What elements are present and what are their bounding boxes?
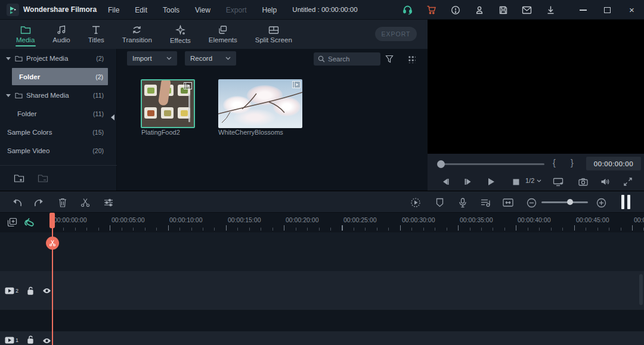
record-dropdown[interactable]: Record bbox=[185, 51, 236, 66]
media-item-whitecherryblossoms[interactable] bbox=[218, 79, 302, 128]
search-box[interactable] bbox=[314, 52, 380, 66]
tab-transition[interactable]: Transition bbox=[113, 20, 161, 49]
media-item-name: PlatingFood2 bbox=[141, 129, 180, 136]
seek-handle[interactable] bbox=[437, 160, 445, 168]
track-visibility-eye-icon[interactable] bbox=[42, 288, 51, 294]
menu-tools[interactable]: Tools bbox=[155, 6, 187, 14]
record-voiceover-button[interactable] bbox=[456, 195, 470, 210]
render-preview-button[interactable] bbox=[408, 195, 423, 210]
import-dropdown[interactable]: Import bbox=[127, 51, 177, 66]
stop-button[interactable] bbox=[509, 175, 522, 188]
next-frame-button[interactable] bbox=[462, 175, 475, 188]
add-folder-button[interactable] bbox=[14, 174, 24, 183]
preview-panel: { } 00:00:00:00 1/2 bbox=[428, 20, 644, 191]
folder-icon bbox=[15, 55, 23, 62]
app-title: Wondershare Filmora bbox=[23, 5, 97, 14]
remove-folder-button[interactable] bbox=[38, 174, 48, 183]
menu-bar: File Edit Tools View Export Help bbox=[100, 0, 284, 20]
audio-mixer-button[interactable] bbox=[478, 195, 493, 210]
ruler-label: 00:00:25:00 bbox=[343, 216, 376, 223]
media-item-platingfood2[interactable] bbox=[141, 79, 195, 128]
download-icon[interactable] bbox=[546, 5, 556, 15]
zoom-to-fit-button[interactable] bbox=[501, 195, 515, 210]
manage-tracks-icon[interactable] bbox=[5, 216, 18, 229]
adjust-sliders-button[interactable] bbox=[101, 195, 116, 210]
save-icon[interactable] bbox=[498, 5, 508, 15]
seek-bar[interactable] bbox=[439, 163, 544, 165]
sidebar-item-shared-media[interactable]: Shared Media (11) bbox=[0, 88, 117, 103]
quick-split-scissors-icon[interactable] bbox=[46, 237, 59, 250]
view-grid-icon[interactable] bbox=[405, 53, 417, 65]
playhead-handle[interactable] bbox=[49, 213, 55, 228]
tab-audio[interactable]: Audio bbox=[44, 20, 79, 49]
play-button[interactable] bbox=[484, 175, 497, 188]
delete-button[interactable] bbox=[55, 195, 70, 210]
undo-button[interactable] bbox=[10, 195, 24, 210]
marker-button[interactable] bbox=[432, 195, 447, 210]
playhead-line[interactable] bbox=[52, 213, 53, 345]
media-library-sidebar: Project Media (2) Folder (2) Shared Medi… bbox=[0, 49, 117, 191]
search-input[interactable] bbox=[328, 55, 373, 63]
video-track-1[interactable]: 1 bbox=[0, 331, 644, 345]
tab-split-screen[interactable]: Split Screen bbox=[246, 20, 301, 49]
mark-out-button[interactable]: } bbox=[571, 158, 574, 167]
previous-frame-button[interactable] bbox=[439, 175, 452, 188]
sidebar-item-sample-colors[interactable]: Sample Colors (15) bbox=[0, 125, 117, 140]
titlebar-icons: × bbox=[402, 0, 637, 20]
expand-caret-icon[interactable] bbox=[6, 94, 11, 97]
display-device-button[interactable] bbox=[552, 175, 565, 188]
sidebar-item-project-media[interactable]: Project Media (2) bbox=[0, 51, 117, 66]
track-visibility-eye-icon[interactable] bbox=[42, 338, 51, 344]
timeline-zoom-handle[interactable] bbox=[567, 199, 573, 205]
fullscreen-button[interactable] bbox=[621, 175, 634, 188]
thumbnail-scroll-strip bbox=[188, 94, 190, 122]
media-item-name: WhiteCherryBlossoms bbox=[218, 129, 283, 136]
close-button[interactable]: × bbox=[627, 5, 637, 15]
redo-button[interactable] bbox=[32, 195, 47, 210]
snapshot-camera-button[interactable] bbox=[577, 175, 590, 188]
track-lock-icon[interactable] bbox=[27, 335, 34, 344]
video-track-icon[interactable]: 2 bbox=[5, 287, 18, 294]
info-icon[interactable] bbox=[450, 5, 460, 15]
maximize-button[interactable] bbox=[602, 5, 612, 15]
filter-funnel-icon[interactable] bbox=[383, 53, 395, 65]
timeline-ruler[interactable]: 00:00:00:00 00:00:05:00 00:00:10:00 00:0… bbox=[0, 213, 644, 232]
title-bar: Wondershare Filmora File Edit Tools View… bbox=[0, 0, 644, 20]
sidebar-item-sample-video[interactable]: Sample Video (20) bbox=[0, 143, 117, 158]
pause-bars-icon[interactable] bbox=[621, 195, 630, 209]
preview-timecode[interactable]: 00:00:00:00 bbox=[586, 157, 641, 170]
headset-support-icon[interactable] bbox=[402, 5, 413, 15]
project-title: Untitled : 00:00:00:00 bbox=[262, 6, 388, 13]
split-scissors-button[interactable] bbox=[78, 195, 92, 210]
timeline-empty-region[interactable] bbox=[0, 232, 644, 271]
expand-caret-icon[interactable] bbox=[6, 57, 11, 60]
sidebar-collapse-arrow[interactable] bbox=[111, 114, 114, 120]
tab-titles[interactable]: Titles bbox=[79, 20, 113, 49]
playback-quality-dropdown[interactable]: 1/2 bbox=[525, 177, 541, 184]
sidebar-item-folder-shared[interactable]: Folder (11) bbox=[0, 106, 117, 122]
tab-media[interactable]: Media bbox=[7, 20, 44, 49]
timeline-zoom-slider[interactable] bbox=[541, 201, 588, 203]
tab-effects[interactable]: Effects bbox=[161, 20, 200, 49]
mark-in-button[interactable]: { bbox=[553, 158, 556, 167]
mail-icon[interactable] bbox=[522, 5, 532, 15]
menu-file[interactable]: File bbox=[100, 6, 127, 14]
export-button[interactable]: EXPORT bbox=[375, 27, 417, 41]
menu-view[interactable]: View bbox=[187, 6, 218, 14]
video-track-2[interactable]: 2 bbox=[0, 271, 644, 310]
volume-button[interactable] bbox=[599, 175, 612, 188]
tab-elements[interactable]: Elements bbox=[200, 20, 246, 49]
zoom-out-button[interactable] bbox=[524, 195, 538, 210]
track-lock-icon[interactable] bbox=[27, 287, 34, 295]
zoom-in-button[interactable] bbox=[594, 195, 608, 210]
shopping-cart-icon[interactable] bbox=[426, 5, 436, 15]
sidebar-item-folder-selected[interactable]: Folder (2) bbox=[12, 68, 108, 85]
video-track-icon[interactable]: 1 bbox=[5, 337, 18, 344]
account-icon[interactable] bbox=[474, 5, 484, 15]
search-icon bbox=[318, 55, 325, 63]
transport-controls: 1/2 bbox=[428, 174, 644, 191]
minimize-button[interactable] bbox=[578, 5, 588, 15]
menu-edit[interactable]: Edit bbox=[127, 6, 155, 14]
timeline-scrollbar[interactable] bbox=[639, 274, 643, 305]
auto-ripple-magnet-icon[interactable] bbox=[23, 216, 36, 229]
